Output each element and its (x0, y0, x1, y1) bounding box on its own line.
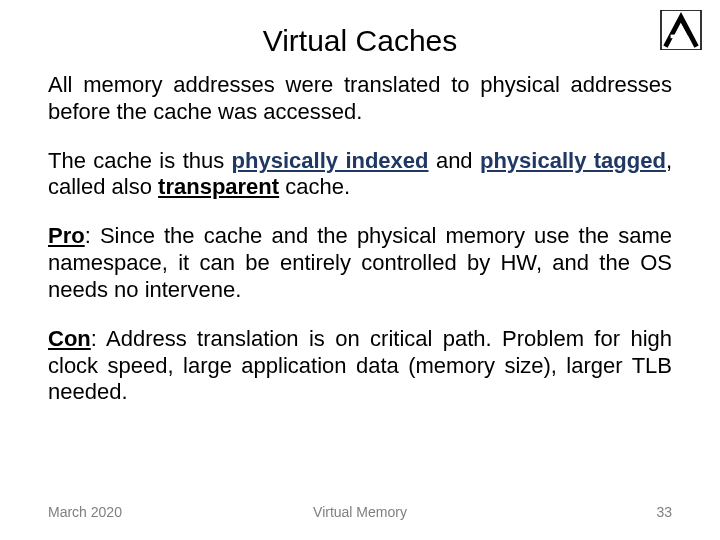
text: cache. (279, 174, 350, 199)
footer-topic: Virtual Memory (313, 504, 407, 520)
institution-logo-icon (660, 10, 702, 50)
paragraph-con: Con: Address translation is on critical … (48, 326, 672, 406)
con-label: Con (48, 326, 91, 351)
term-transparent: transparent (158, 174, 279, 199)
footer-date: March 2020 (48, 504, 122, 520)
term-physically-indexed: physically indexed (232, 148, 429, 173)
term-physically-tagged: physically tagged (480, 148, 666, 173)
slide-footer: March 2020 Virtual Memory 33 (0, 504, 720, 520)
pro-label: Pro (48, 223, 85, 248)
slide: Virtual Caches All memory addresses were… (0, 0, 720, 540)
text: : Address translation is on critical pat… (48, 326, 672, 405)
text: and (429, 148, 480, 173)
paragraph-intro: All memory addresses were translated to … (48, 72, 672, 126)
footer-page-number: 33 (656, 504, 672, 520)
paragraph-terminology: The cache is thus physically indexed and… (48, 148, 672, 202)
text: All memory addresses were translated to … (48, 72, 672, 124)
text: : Since the cache and the physical memor… (48, 223, 672, 302)
paragraph-pro: Pro: Since the cache and the physical me… (48, 223, 672, 303)
text: The cache is thus (48, 148, 232, 173)
slide-title: Virtual Caches (48, 24, 672, 58)
